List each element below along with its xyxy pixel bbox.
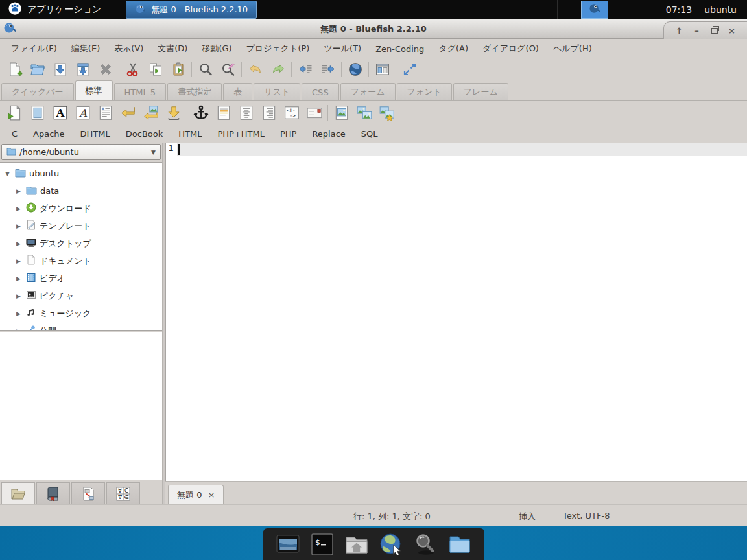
tray-bluefish-button[interactable] [581, 1, 608, 19]
directory-combo[interactable]: /home/ubuntu ▼ [1, 144, 161, 160]
bold-button[interactable]: A [49, 103, 71, 122]
menu-tools[interactable]: ツール(T) [316, 40, 368, 58]
copy-button[interactable] [144, 60, 167, 79]
indent-button[interactable] [316, 60, 339, 79]
tree-item-desktop[interactable]: ▶ デスクトップ [0, 235, 162, 252]
cut-button[interactable] [121, 60, 144, 79]
lang-php-html[interactable]: PHP+HTML [209, 129, 272, 139]
view-in-browser-button[interactable] [344, 60, 366, 79]
anchor-button[interactable] [189, 103, 212, 122]
text-editor[interactable]: 1 [165, 143, 747, 481]
center-button[interactable] [235, 103, 257, 122]
tree-item-downloads[interactable]: ▶ ダウンロード [0, 200, 162, 217]
quickstart-button[interactable] [3, 103, 26, 122]
save-button[interactable] [49, 60, 71, 79]
tree-item-ubuntu[interactable]: ▼ ubuntu [0, 165, 162, 182]
lang-replace[interactable]: Replace [304, 129, 353, 139]
menu-dialogs[interactable]: ダイアログ(O) [475, 40, 546, 58]
tree-item-pictures[interactable]: ▶ ピクチャ [0, 287, 162, 305]
unindent-button[interactable] [294, 60, 316, 79]
maximize-button[interactable] [706, 26, 723, 36]
home-folder-button[interactable] [342, 530, 371, 559]
lang-sql[interactable]: SQL [353, 129, 386, 139]
lang-dhtml[interactable]: DHTML [73, 129, 118, 139]
lang-c[interactable]: C [4, 129, 25, 139]
open-button[interactable] [26, 60, 49, 79]
session-user-menu[interactable]: ubuntu [702, 0, 747, 19]
taskbar-window-button[interactable]: 無題 0 - Bluefish 2.2.10 [126, 1, 257, 19]
tab-html5[interactable]: HTML 5 [114, 83, 167, 100]
tree-item-documents[interactable]: ▶ ドキュメント [0, 252, 162, 270]
paste-button[interactable] [167, 60, 189, 79]
tab-font[interactable]: フォント [397, 83, 452, 100]
lang-html[interactable]: HTML [171, 129, 209, 139]
expander-closed-icon[interactable]: ▶ [14, 310, 23, 317]
save-as-button[interactable] [71, 60, 94, 79]
right-justify-button[interactable] [257, 103, 280, 122]
expander-closed-icon[interactable]: ▶ [14, 205, 23, 212]
rule-button[interactable] [212, 103, 235, 122]
window-titlebar[interactable]: 無題 0 - Bluefish 2.2.10 ↑ – × [0, 19, 747, 39]
menu-project[interactable]: プロジェクト(P) [239, 40, 317, 58]
applications-menu-button[interactable]: アプリケーション [0, 0, 109, 19]
non-breaking-space-button[interactable] [162, 103, 185, 122]
expander-closed-icon[interactable]: ▶ [14, 223, 23, 229]
body-button[interactable] [26, 103, 49, 122]
tab-formatting[interactable]: 書式指定 [167, 83, 222, 100]
tab-list[interactable]: リスト [254, 83, 300, 100]
tab-table[interactable]: 表 [223, 83, 252, 100]
search-button[interactable] [411, 530, 440, 559]
terminal-button[interactable]: $ [308, 530, 337, 559]
tab-standard[interactable]: 標準 [75, 80, 113, 100]
tab-bookmarks[interactable] [36, 482, 70, 504]
insert-image-button[interactable] [330, 103, 353, 122]
tab-frame[interactable]: フレーム [453, 83, 508, 100]
tab-character-map[interactable]: ∀C∇∈ [106, 482, 140, 504]
expander-closed-icon[interactable]: ▶ [14, 240, 23, 247]
menu-edit[interactable]: 編集(E) [64, 40, 107, 58]
expander-closed-icon[interactable]: ▶ [14, 293, 23, 299]
menu-go[interactable]: 移動(G) [195, 40, 239, 58]
expander-open-icon[interactable]: ▼ [3, 170, 12, 177]
lang-apache[interactable]: Apache [25, 129, 73, 139]
tab-quickbar[interactable]: クイックバー [1, 83, 74, 100]
file-list-pane[interactable] [0, 332, 162, 480]
lang-php[interactable]: PHP [272, 129, 304, 139]
tab-form[interactable]: フォーム [340, 83, 396, 100]
menu-document[interactable]: 文書(D) [150, 40, 195, 58]
menu-view[interactable]: 表示(V) [107, 40, 150, 58]
tree-item-public[interactable]: ▶ 公開 [0, 322, 162, 331]
document-tab-untitled[interactable]: 無題 0 × [168, 485, 224, 504]
web-browser-button[interactable] [377, 530, 405, 559]
tab-close-icon[interactable]: × [208, 490, 215, 500]
tab-file-browser[interactable] [1, 482, 35, 504]
shade-button[interactable]: ↑ [670, 26, 688, 36]
tree-item-templates[interactable]: ▶ テンプレート [0, 217, 162, 235]
tree-item-data[interactable]: ▶ data [0, 182, 162, 200]
minimize-button[interactable]: – [688, 26, 706, 36]
expander-closed-icon[interactable]: ▶ [14, 258, 23, 264]
multi-thumbnail-button[interactable] [375, 103, 398, 122]
file-manager-button[interactable] [445, 530, 474, 559]
menu-zencoding[interactable]: Zen-Coding [368, 41, 431, 57]
toggle-panel-button[interactable] [371, 60, 394, 79]
tree-item-videos[interactable]: ▶ ビデオ [0, 270, 162, 287]
menu-help[interactable]: ヘルプ(H) [546, 40, 599, 58]
expander-closed-icon[interactable]: ▶ [14, 328, 23, 331]
break-button[interactable] [117, 103, 139, 122]
comment-button[interactable]: <!--> [280, 103, 303, 122]
close-button[interactable]: × [723, 26, 741, 36]
tab-css[interactable]: CSS [302, 83, 339, 100]
show-desktop-button[interactable] [274, 530, 302, 559]
fullscreen-button[interactable] [398, 60, 421, 79]
menu-file[interactable]: ファイル(F) [4, 40, 64, 58]
break-and-clear-button[interactable] [139, 103, 162, 122]
email-button[interactable] [303, 103, 326, 122]
new-document-button[interactable] [3, 60, 26, 79]
undo-button[interactable] [244, 60, 267, 79]
thumbnail-button[interactable] [353, 103, 375, 122]
tab-snippets[interactable] [71, 482, 105, 504]
tree-item-music[interactable]: ▶ ミュージック [0, 305, 162, 322]
find-replace-button[interactable] [217, 60, 239, 79]
directory-tree-pane[interactable]: ▼ ubuntu ▶ data ▶ ダウンロード [0, 162, 162, 331]
